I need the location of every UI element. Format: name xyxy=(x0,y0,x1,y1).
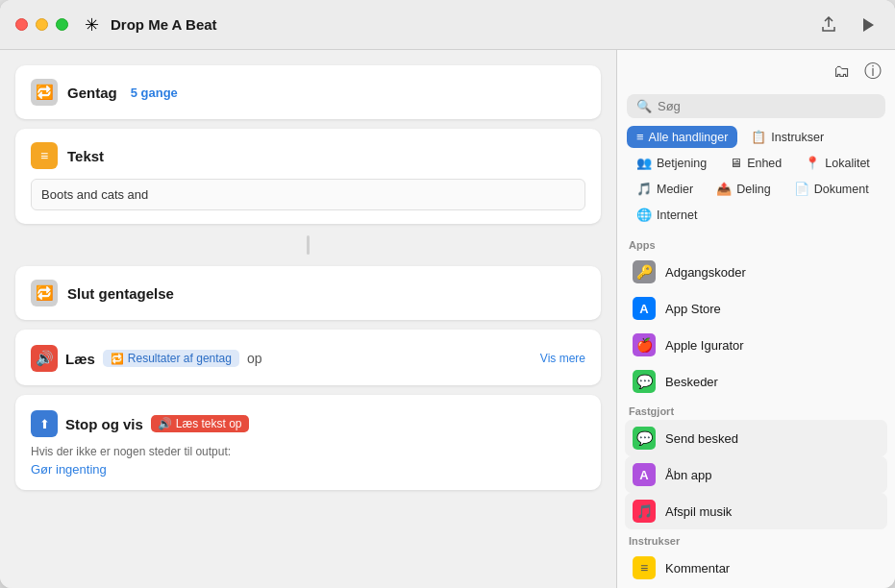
read-op: op xyxy=(247,351,262,366)
send-besked-label: Send besked xyxy=(665,431,738,446)
fullscreen-button[interactable] xyxy=(56,18,68,31)
stop-vis-badge-icon: 🔊 xyxy=(158,417,172,430)
card-header: ≡ Tekst xyxy=(31,142,585,169)
end-repeat-card: 🔁 Slut gentagelse xyxy=(15,266,601,320)
read-more-link[interactable]: Vis mere xyxy=(540,352,585,365)
text-content[interactable]: Boots and cats and xyxy=(31,179,585,210)
read-header: 🔊 Læs 🔁 Resultater af gentag op Vis mere xyxy=(31,345,585,372)
cat-enhed[interactable]: 🖥 Enhed xyxy=(720,152,791,174)
action-abn-app[interactable]: A Åbn app xyxy=(625,456,887,493)
actions-panel: 🗂 ⓘ 🔍 ≡ Alle handlinger 📋 Instrukser xyxy=(616,50,895,588)
apple-igurator-icon: 🍎 xyxy=(633,333,656,356)
main-area: 🔁 Gentag 5 gange ≡ Tekst Boots and cats … xyxy=(0,50,895,588)
titlebar: ✳ Drop Me A Beat xyxy=(0,0,895,50)
cat-dokument[interactable]: 📄 Dokument xyxy=(784,178,879,200)
window-title: Drop Me A Beat xyxy=(111,16,816,33)
repeat-icon: 🔁 xyxy=(31,79,58,106)
section-instrukser-label: Instrukser xyxy=(625,529,887,550)
stop-vis-title: Stop og vis xyxy=(65,416,143,432)
stop-vis-card: ⬆ Stop og vis 🔊 Læs tekst op Hvis der ik… xyxy=(15,395,601,490)
actions-list: Apps 🔑 Adgangskoder A App Store 🍎 Apple … xyxy=(617,233,895,588)
search-icon: 🔍 xyxy=(636,99,652,113)
cat-medier-label: Medier xyxy=(657,183,693,196)
app-store-label: App Store xyxy=(665,302,721,316)
text-card: ≡ Tekst Boots and cats and xyxy=(15,129,601,224)
app-window: ✳ Drop Me A Beat 🔁 Genta xyxy=(0,0,895,588)
beskeder-label: Beskeder xyxy=(665,375,718,389)
minimize-button[interactable] xyxy=(36,18,48,31)
repeat-card: 🔁 Gentag 5 gange xyxy=(15,65,601,119)
stop-vis-badge-label: Læs tekst op xyxy=(176,417,242,430)
afspil-musik-label: Afspil musik xyxy=(665,504,732,519)
no-output-label: Hvis der ikke er nogen steder til output… xyxy=(31,445,585,458)
cat-instrukser-label: Instrukser xyxy=(771,131,824,144)
text-icon: ≡ xyxy=(31,142,58,169)
cat-instrukser[interactable]: 📋 Instrukser xyxy=(741,126,833,148)
action-kommentar[interactable]: ≡ Kommentar xyxy=(625,550,887,586)
search-bar: 🔍 xyxy=(627,94,885,118)
action-send-besked[interactable]: 💬 Send besked xyxy=(625,420,887,456)
no-output-action[interactable]: Gør ingenting xyxy=(31,462,585,477)
share-button[interactable] xyxy=(816,12,841,37)
cat-all[interactable]: ≡ Alle handlinger xyxy=(627,126,737,148)
cat-internet[interactable]: 🌐 Internet xyxy=(627,204,707,226)
workflow-panel: 🔁 Gentag 5 gange ≡ Tekst Boots and cats … xyxy=(0,50,616,588)
add-icon-button[interactable]: 🗂 xyxy=(832,60,853,84)
card-header: 🔁 Slut gentagelse xyxy=(31,280,585,306)
cat-medier-icon: 🎵 xyxy=(636,182,652,196)
cat-all-icon: ≡ xyxy=(636,130,644,144)
kommentar-icon: ≡ xyxy=(633,556,656,579)
cat-betjening[interactable]: 👥 Betjening xyxy=(627,152,716,174)
stop-vis-header: ⬆ Stop og vis 🔊 Læs tekst op xyxy=(31,410,585,437)
action-apple-igurator[interactable]: 🍎 Apple Igurator xyxy=(625,327,887,363)
divider xyxy=(307,235,310,255)
traffic-lights xyxy=(15,18,68,31)
categories: ≡ Alle handlinger 📋 Instrukser 👥 Betjeni… xyxy=(617,126,895,233)
app-store-icon: A xyxy=(633,297,656,320)
adgangskoder-icon: 🔑 xyxy=(633,260,656,283)
search-input[interactable] xyxy=(658,99,876,113)
cat-deling-icon: 📤 xyxy=(716,182,732,196)
action-afspil-musik[interactable]: 🎵 Afspil musik xyxy=(625,493,887,529)
sidebar-title-row: 🗂 ⓘ xyxy=(617,50,895,88)
stop-vis-icon: ⬆ xyxy=(31,410,58,437)
text-title: Tekst xyxy=(67,148,104,164)
read-card: 🔊 Læs 🔁 Resultater af gentag op Vis mere xyxy=(15,330,601,385)
cat-internet-label: Internet xyxy=(657,208,697,222)
beskeder-icon: 💬 xyxy=(633,370,656,393)
cat-deling-label: Deling xyxy=(736,183,770,196)
cat-lokalitet[interactable]: 📍 Lokalitet xyxy=(795,152,880,174)
repeat-badge: 5 gange xyxy=(131,86,178,100)
tag-icon: 🔁 xyxy=(111,353,124,365)
end-repeat-title: Slut gentagelse xyxy=(67,285,174,302)
read-tag: 🔁 Resultater af gentag xyxy=(103,350,239,367)
send-besked-icon: 💬 xyxy=(633,427,656,450)
afspil-musik-icon: 🎵 xyxy=(633,500,656,523)
cat-betjening-icon: 👥 xyxy=(636,156,652,170)
info-icon-button[interactable]: ⓘ xyxy=(862,58,883,85)
cat-medier[interactable]: 🎵 Medier xyxy=(627,178,703,200)
cat-dokument-icon: 📄 xyxy=(794,182,809,196)
action-adgangskoder[interactable]: 🔑 Adgangskoder xyxy=(625,254,887,290)
cat-internet-icon: 🌐 xyxy=(636,208,652,222)
titlebar-actions xyxy=(816,12,880,37)
cat-betjening-label: Betjening xyxy=(657,157,707,170)
stop-vis-body: Hvis der ikke er nogen steder til output… xyxy=(31,445,585,477)
play-button[interactable] xyxy=(857,13,880,37)
repeat-title: Gentag xyxy=(67,85,117,101)
section-fastgjort-label: Fastgjort xyxy=(625,400,887,420)
close-button[interactable] xyxy=(15,18,28,31)
read-title: Læs xyxy=(65,351,95,367)
adgangskoder-label: Adgangskoder xyxy=(665,265,746,280)
cat-all-label: Alle handlinger xyxy=(649,131,729,144)
section-apps-label: Apps xyxy=(625,233,887,254)
cat-deling[interactable]: 📤 Deling xyxy=(707,178,780,200)
stop-vis-badge: 🔊 Læs tekst op xyxy=(151,415,249,432)
action-beskeder[interactable]: 💬 Beskeder xyxy=(625,363,887,400)
card-header: 🔁 Gentag 5 gange xyxy=(31,79,585,106)
action-app-store[interactable]: A App Store xyxy=(625,290,887,327)
kommentar-label: Kommentar xyxy=(665,561,730,576)
cat-instrukser-icon: 📋 xyxy=(751,130,766,144)
svg-marker-0 xyxy=(863,18,874,32)
abn-app-label: Åbn app xyxy=(665,468,711,482)
